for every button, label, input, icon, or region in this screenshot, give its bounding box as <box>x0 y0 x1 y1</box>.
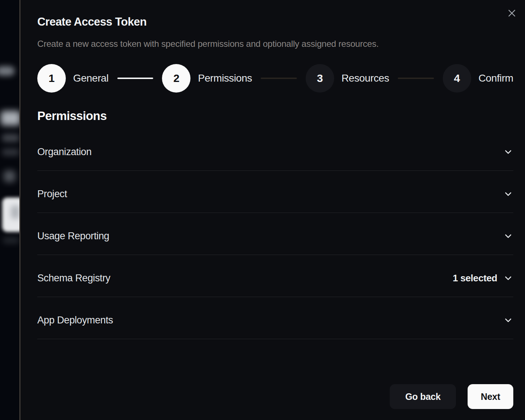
step-connector <box>398 78 434 79</box>
create-access-token-modal: Create Access Token Create a new access … <box>20 0 525 420</box>
permission-group-usage-reporting[interactable]: Usage Reporting <box>37 213 513 255</box>
permission-group-label: Usage Reporting <box>37 230 109 242</box>
permission-groups-list: Organization Project Usage Reporting <box>37 129 513 339</box>
permissions-heading: Permissions <box>37 109 513 123</box>
blurred-card-glyph <box>11 206 20 219</box>
selection-count: 1 selected <box>453 273 497 284</box>
permission-group-schema-registry[interactable]: Schema Registry 1 selected <box>37 255 513 297</box>
blurred-sidebar-item <box>0 66 15 76</box>
chevron-down-icon <box>503 189 513 199</box>
go-back-button[interactable]: Go back <box>390 384 456 409</box>
step-resources[interactable]: 3 Resources <box>306 64 389 93</box>
modal-footer: Go back Next <box>390 384 513 409</box>
background-sidebar <box>0 0 20 420</box>
modal-title: Create Access Token <box>37 15 513 29</box>
permission-group-project[interactable]: Project <box>37 171 513 213</box>
chevron-down-icon <box>503 231 513 241</box>
permission-group-label: Organization <box>37 146 91 158</box>
permission-group-organization[interactable]: Organization <box>37 129 513 171</box>
step-connector <box>117 78 154 79</box>
step-number: 4 <box>443 64 471 93</box>
blurred-sidebar-icon <box>4 170 15 182</box>
blurred-sidebar-text <box>3 237 19 244</box>
next-button[interactable]: Next <box>468 384 513 409</box>
blurred-sidebar-text <box>2 149 19 156</box>
modal-subtitle: Create a new access token with specified… <box>37 39 513 49</box>
permission-group-label: Schema Registry <box>37 273 110 284</box>
step-permissions[interactable]: 2 Permissions <box>162 64 252 93</box>
step-label: Resources <box>341 72 389 84</box>
permission-group-label: App Deployments <box>37 315 113 326</box>
permission-group-label: Project <box>37 188 67 200</box>
close-icon <box>507 8 517 18</box>
blurred-sidebar-text <box>2 134 19 142</box>
close-button[interactable] <box>505 7 518 20</box>
blurred-sidebar-heading <box>1 111 20 125</box>
permission-group-app-deployments[interactable]: App Deployments <box>37 297 513 339</box>
step-label: Permissions <box>198 72 252 84</box>
chevron-down-icon <box>503 315 513 325</box>
step-number: 1 <box>37 64 66 93</box>
step-number: 3 <box>306 64 334 93</box>
chevron-down-icon <box>503 147 513 157</box>
step-general[interactable]: 1 General <box>37 64 109 93</box>
stepper: 1 General 2 Permissions 3 Resources 4 Co… <box>37 64 513 93</box>
chevron-down-icon <box>503 273 513 283</box>
step-connector <box>261 78 297 79</box>
step-label: Confirm <box>479 72 513 84</box>
step-label: General <box>73 72 109 84</box>
step-confirm[interactable]: 4 Confirm <box>443 64 513 93</box>
step-number: 2 <box>162 64 190 93</box>
